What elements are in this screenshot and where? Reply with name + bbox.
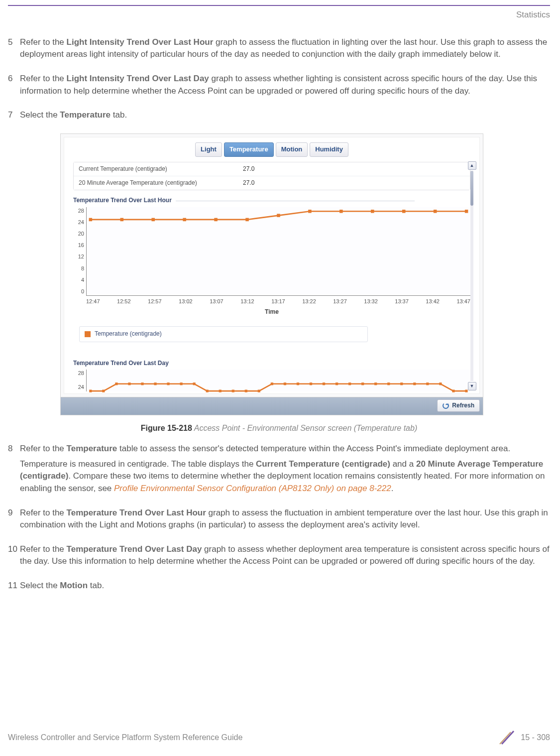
svg-rect-36 xyxy=(387,382,390,385)
chart2-title: Temperature Trend Over Last Day xyxy=(73,360,169,367)
link-profile-env-sensor[interactable]: Profile Environmental Sensor Configurati… xyxy=(114,484,391,493)
table-row: Current Temperature (centigrade) 27.0 xyxy=(74,162,470,176)
refresh-icon xyxy=(443,402,449,409)
footer-page-mark: 15 - 308 xyxy=(499,729,550,746)
figure-caption: Figure 15-218 Access Point - Environment… xyxy=(8,422,550,434)
svg-rect-31 xyxy=(323,382,325,385)
svg-rect-33 xyxy=(348,382,351,385)
svg-rect-17 xyxy=(141,382,143,385)
svg-rect-13 xyxy=(89,389,92,392)
step-7: 7 Select the Temperature tab. xyxy=(8,109,550,125)
svg-line-44 xyxy=(502,731,514,744)
svg-rect-18 xyxy=(154,382,156,385)
step-5: 5 Refer to the Light Intensity Trend Ove… xyxy=(8,36,550,64)
chart1-title-row: Temperature Trend Over Last Hour xyxy=(73,196,479,205)
table-row: 20 Minute Average Temperature (centigrad… xyxy=(74,176,470,190)
step-8: 8 Refer to the Temperature table to asse… xyxy=(8,443,550,498)
footer-page-number: 15 - 308 xyxy=(521,732,550,743)
chart2-svg xyxy=(87,370,470,398)
tab-strip: Light Temperature Motion Humidity xyxy=(64,137,479,160)
scroll-thumb[interactable] xyxy=(470,171,473,206)
svg-rect-23 xyxy=(219,389,222,392)
chart1-legend: Temperature (centigrade) xyxy=(79,326,368,342)
step-number: 7 xyxy=(8,109,20,125)
svg-rect-34 xyxy=(361,382,364,385)
svg-rect-32 xyxy=(336,382,338,385)
step-11-text: Select the Motion tab. xyxy=(20,580,550,592)
term-temp-trend-day: Temperature Trend Over Last Day xyxy=(67,544,202,554)
svg-rect-4 xyxy=(214,218,218,222)
svg-rect-40 xyxy=(439,382,442,385)
step-8-p2: Temperature is measured in centigrade. T… xyxy=(20,458,550,495)
footer-toolbar: Refresh xyxy=(61,397,483,415)
svg-rect-24 xyxy=(232,389,234,392)
svg-rect-16 xyxy=(128,382,130,385)
tab-temperature[interactable]: Temperature xyxy=(224,142,274,157)
figure-text: Access Point - Environmental Sensor scre… xyxy=(192,424,417,432)
screenshot-panel: Light Temperature Motion Humidity Curren… xyxy=(60,133,483,415)
svg-rect-2 xyxy=(151,218,155,222)
svg-rect-39 xyxy=(426,382,429,385)
page-footer: Wireless Controller and Service Platform… xyxy=(8,729,550,746)
svg-rect-27 xyxy=(271,382,273,385)
svg-rect-11 xyxy=(434,210,437,213)
chart2-plot xyxy=(86,370,470,391)
refresh-label: Refresh xyxy=(452,401,474,410)
refresh-button[interactable]: Refresh xyxy=(437,399,480,412)
svg-rect-0 xyxy=(89,218,93,222)
figure-label: Figure 15-218 xyxy=(141,424,192,432)
footer-slash-icon xyxy=(499,729,516,746)
svg-rect-28 xyxy=(284,382,286,385)
chart2-title-row: Temperature Trend Over Last Day xyxy=(73,359,479,368)
legend-swatch xyxy=(85,331,91,337)
step-6-text: Refer to the Light Intensity Trend Over … xyxy=(20,73,550,97)
term-temp-trend-hour: Temperature Trend Over Last Hour xyxy=(67,508,206,517)
term-light-day: Light Intensity Trend Over Last Day xyxy=(67,74,209,83)
scrollbar[interactable]: ▲ ▼ xyxy=(467,161,476,390)
chart2-y-axis: 2824 xyxy=(73,370,84,391)
svg-rect-38 xyxy=(413,382,416,385)
chart1-plot xyxy=(86,207,470,296)
svg-rect-21 xyxy=(193,382,196,385)
svg-rect-41 xyxy=(452,389,454,392)
svg-rect-19 xyxy=(167,382,169,385)
svg-rect-37 xyxy=(400,382,403,385)
chart1-svg xyxy=(87,207,470,323)
current-temp-label: Current Temperature (centigrade) xyxy=(74,162,238,176)
svg-rect-26 xyxy=(258,389,260,392)
step-6: 6 Refer to the Light Intensity Trend Ove… xyxy=(8,73,550,100)
step-number: 10 xyxy=(8,543,20,571)
svg-rect-8 xyxy=(339,210,343,213)
term-temperature: Temperature xyxy=(67,444,117,453)
chart1-area: 2824201612840 12:4712:5212:5713:0213:071… xyxy=(73,207,470,316)
scroll-up-button[interactable]: ▲ xyxy=(468,161,476,170)
term-temperature-tab: Temperature xyxy=(60,110,111,120)
svg-rect-3 xyxy=(183,218,186,222)
svg-rect-14 xyxy=(102,389,105,392)
svg-line-45 xyxy=(500,732,511,744)
page-header: Statistics xyxy=(8,5,550,21)
avg-temp-value: 27.0 xyxy=(238,176,259,190)
svg-rect-9 xyxy=(371,210,374,213)
scroll-down-button[interactable]: ▼ xyxy=(468,382,476,390)
step-9-text: Refer to the Temperature Trend Over Last… xyxy=(20,507,550,531)
step-number: 9 xyxy=(8,507,20,534)
tab-light[interactable]: Light xyxy=(195,142,222,157)
tab-motion[interactable]: Motion xyxy=(276,142,308,157)
header-section: Statistics xyxy=(516,10,550,19)
svg-rect-7 xyxy=(308,210,312,213)
svg-rect-5 xyxy=(245,218,249,222)
current-temp-value: 27.0 xyxy=(238,162,259,176)
avg-temp-label: 20 Minute Average Temperature (centigrad… xyxy=(74,176,238,190)
legend-text: Temperature (centigrade) xyxy=(95,330,162,338)
step-5-text: Refer to the Light Intensity Trend Over … xyxy=(20,36,550,61)
term-light-hour: Light Intensity Trend Over Last Hour xyxy=(67,37,214,47)
scroll-track[interactable] xyxy=(470,171,473,381)
svg-rect-30 xyxy=(310,382,312,385)
footer-guide: Wireless Controller and Service Platform… xyxy=(8,732,242,743)
step-8-p1: Refer to the Temperature table to assess… xyxy=(20,443,550,455)
term-motion: Motion xyxy=(60,581,88,590)
tab-humidity[interactable]: Humidity xyxy=(310,142,348,157)
step-number: 8 xyxy=(8,443,20,498)
step-number: 5 xyxy=(8,36,20,64)
